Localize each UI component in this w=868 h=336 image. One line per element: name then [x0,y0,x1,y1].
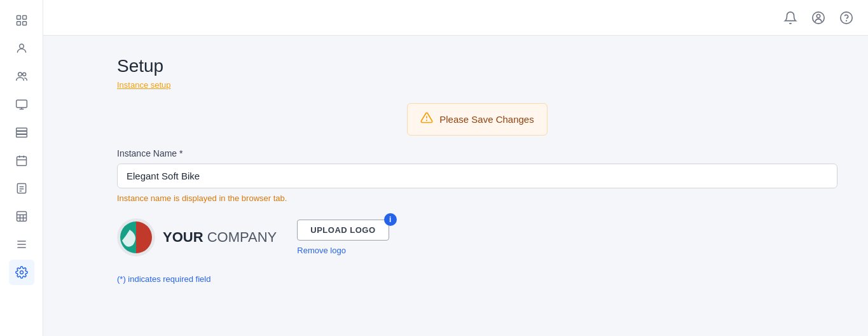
warning-message: Please Save Changes [439,114,534,125]
warning-banner: Please Save Changes [407,103,547,136]
logo-preview: YOUR COMPANY [117,218,277,256]
svg-rect-0 [17,16,20,20]
svg-rect-7 [16,100,27,108]
svg-rect-1 [22,16,26,20]
company-name-rest: COMPANY [203,229,277,245]
monitor-icon[interactable] [9,92,34,117]
instance-name-hint: Instance name is displayed in the browse… [117,193,837,203]
svg-rect-13 [17,157,26,165]
required-note-highlight: field [196,274,211,284]
logo-section: YOUR COMPANY UPLOAD LOGO i Remove logo [117,218,837,256]
svg-point-6 [22,73,25,76]
report-icon[interactable] [9,176,34,201]
svg-point-5 [18,73,22,76]
svg-rect-3 [22,22,26,25]
table-icon[interactable] [9,204,34,229]
instance-name-input[interactable] [117,164,837,188]
required-note-prefix: (*) indicates required [117,274,196,284]
breadcrumb-link[interactable]: Instance setup [117,80,171,90]
users-icon[interactable] [9,64,34,89]
user-icon[interactable] [9,36,34,61]
form-section: Instance Name * Instance name is display… [117,148,837,284]
sidebar [0,0,43,336]
required-note: (*) indicates required field [117,274,837,284]
svg-rect-12 [16,134,27,137]
main-content-wrapper: Setup Instance setup Please Save Changes… [86,0,868,336]
remove-logo-link[interactable]: Remove logo [297,246,389,255]
page-title: Setup [117,56,837,76]
logo-actions: UPLOAD LOGO i Remove logo [297,220,389,255]
svg-rect-11 [16,131,27,134]
svg-point-4 [19,44,24,48]
settings-icon[interactable] [9,260,34,285]
svg-rect-21 [17,212,26,221]
company-name: YOUR COMPANY [163,229,277,246]
svg-rect-2 [17,22,20,25]
instance-name-label: Instance Name * [117,148,837,158]
svg-point-29 [20,271,23,274]
main-panel: Setup Instance setup Please Save Changes… [86,36,868,336]
warning-triangle-icon [420,111,433,127]
grid-icon[interactable] [9,8,34,33]
svg-rect-17 [17,184,25,193]
server-icon[interactable] [9,120,34,145]
logo-image [117,218,155,256]
upload-logo-button[interactable]: UPLOAD LOGO [297,220,389,241]
company-name-bold: YOUR [163,229,203,245]
info-badge-icon[interactable]: i [384,213,397,226]
list-icon[interactable] [9,232,34,257]
svg-rect-10 [16,128,27,130]
calendar-icon[interactable] [9,148,34,173]
